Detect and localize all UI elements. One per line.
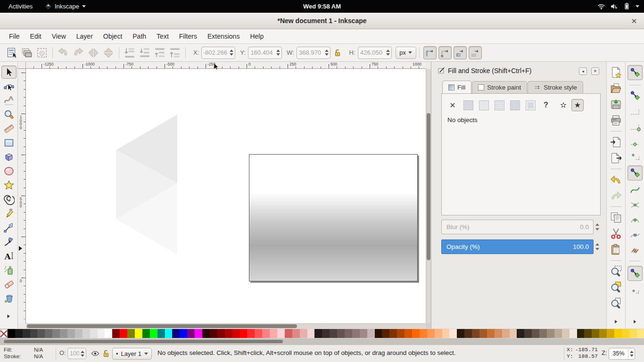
paint-radial-button[interactable]	[493, 99, 505, 111]
snap-nodes-button[interactable]	[627, 165, 643, 181]
color-swatch[interactable]	[277, 329, 285, 338]
canvas-vertical-scrollbar[interactable]	[426, 69, 431, 323]
snap-center-button[interactable]	[629, 285, 641, 296]
color-swatch[interactable]	[210, 329, 217, 338]
document-page[interactable]	[249, 154, 418, 281]
zoom-selection-button[interactable]	[610, 265, 622, 278]
color-swatch[interactable]	[592, 329, 599, 338]
snap-others-button[interactable]	[627, 266, 643, 281]
snap-cusp-button[interactable]	[629, 214, 641, 226]
color-swatch[interactable]	[60, 329, 67, 338]
color-swatch[interactable]	[30, 329, 38, 338]
color-swatch[interactable]	[607, 329, 614, 338]
swatch-none[interactable]	[0, 329, 8, 338]
paint-none-button[interactable]: ✕	[446, 99, 459, 111]
color-swatch[interactable]	[187, 329, 195, 338]
color-swatch[interactable]	[314, 329, 322, 338]
color-swatch[interactable]	[255, 329, 262, 338]
menu-help[interactable]: Help	[245, 29, 269, 43]
commands-expand-icon[interactable]	[613, 319, 619, 325]
clock[interactable]: Wed 9:58 AM	[0, 0, 644, 13]
redo-button[interactable]	[610, 189, 622, 202]
horizontal-ruler[interactable]: -1250-1000-750-500-25002505007501000	[26, 62, 426, 69]
snap-midpoint-button[interactable]	[629, 245, 641, 256]
paint-flat-button[interactable]	[462, 99, 474, 111]
snap-intersection-button[interactable]	[629, 199, 641, 211]
color-swatch[interactable]	[180, 329, 187, 338]
calligraphy-tool[interactable]	[1, 235, 17, 248]
save-button[interactable]	[610, 98, 622, 111]
color-swatch[interactable]	[457, 329, 464, 338]
ellipse-tool[interactable]	[1, 165, 17, 178]
color-swatch[interactable]	[360, 329, 367, 338]
zoom-drawing-button[interactable]	[610, 281, 622, 294]
color-swatch[interactable]	[135, 329, 142, 338]
color-swatch[interactable]	[307, 329, 315, 338]
layer-lock-icon[interactable]	[102, 349, 110, 358]
layer-visibility-icon[interactable]	[91, 349, 99, 358]
color-swatch[interactable]	[510, 329, 517, 338]
tab-stroke-paint[interactable]: Stroke paint	[472, 81, 527, 93]
opacity-field-spinner[interactable]	[79, 348, 86, 359]
snap-bbox-midpoint-button[interactable]	[629, 135, 641, 147]
rotate-ccw-icon[interactable]	[57, 47, 69, 59]
flip-horizontal-icon[interactable]	[87, 47, 99, 59]
snap-bbox-button[interactable]	[629, 90, 641, 101]
h-field[interactable]: 426.050	[358, 47, 392, 59]
color-swatch[interactable]	[98, 329, 105, 338]
color-swatch[interactable]	[157, 329, 165, 338]
color-swatch[interactable]	[629, 329, 637, 338]
spray-tool[interactable]	[1, 263, 17, 277]
color-swatch[interactable]	[247, 329, 255, 338]
color-swatch[interactable]	[570, 329, 577, 338]
select-all-icon[interactable]	[6, 47, 18, 59]
eraser-tool[interactable]	[1, 278, 17, 291]
tab-stroke-style[interactable]: Stroke style	[528, 81, 583, 93]
color-swatch[interactable]	[8, 329, 15, 338]
color-swatch[interactable]	[45, 329, 52, 338]
paint-linear-button[interactable]	[478, 99, 490, 111]
menu-view[interactable]: View	[47, 29, 71, 43]
tweak-tool[interactable]	[1, 94, 17, 107]
menu-path[interactable]: Path	[127, 29, 151, 43]
color-swatch[interactable]	[270, 329, 277, 338]
affect-corners-toggle[interactable]	[438, 46, 452, 59]
box3d-tool[interactable]	[1, 150, 17, 164]
bucket-tool[interactable]	[1, 292, 17, 305]
raise-icon[interactable]	[154, 47, 166, 59]
color-swatch[interactable]	[427, 329, 435, 338]
color-swatch[interactable]	[539, 329, 547, 338]
color-swatch[interactable]	[225, 329, 232, 338]
lower-to-bottom-icon[interactable]	[124, 47, 136, 59]
drawing-canvas[interactable]	[26, 69, 426, 323]
color-swatch[interactable]	[367, 329, 375, 338]
vscroll-thumb[interactable]	[427, 113, 430, 260]
color-swatch[interactable]	[472, 329, 479, 338]
color-swatch[interactable]	[577, 329, 585, 338]
palette-scroll-thumb[interactable]	[4, 340, 283, 343]
lock-ratio-icon[interactable]	[333, 49, 342, 57]
snap-bbox-edge-button[interactable]	[629, 105, 641, 116]
color-swatch[interactable]	[202, 329, 210, 338]
snap-smooth-button[interactable]	[629, 230, 641, 241]
color-swatch[interactable]	[105, 329, 112, 338]
menu-layer[interactable]: Layer	[71, 29, 98, 43]
deselect-icon[interactable]	[36, 47, 48, 59]
pen-tool[interactable]	[1, 221, 17, 234]
color-swatch[interactable]	[599, 329, 607, 338]
lower-icon[interactable]	[139, 47, 151, 59]
color-swatch[interactable]	[285, 329, 292, 338]
snap-bbox-center-button[interactable]	[629, 150, 641, 162]
zoom-field-spinner[interactable]	[628, 348, 635, 359]
measure-tool[interactable]	[1, 122, 17, 135]
rotate-cw-icon[interactable]	[72, 47, 84, 59]
node-tool[interactable]	[1, 80, 17, 93]
menu-file[interactable]: File	[4, 29, 25, 43]
canvas-horizontal-scrollbar[interactable]	[26, 323, 426, 329]
paint-unknown-button[interactable]: ?	[540, 99, 552, 111]
color-swatch[interactable]	[127, 329, 135, 338]
layer-selector[interactable]: • Layer 1	[112, 348, 152, 360]
menu-extensions[interactable]: Extensions	[202, 29, 245, 43]
menu-text[interactable]: Text	[151, 29, 174, 43]
color-swatch[interactable]	[322, 329, 330, 338]
